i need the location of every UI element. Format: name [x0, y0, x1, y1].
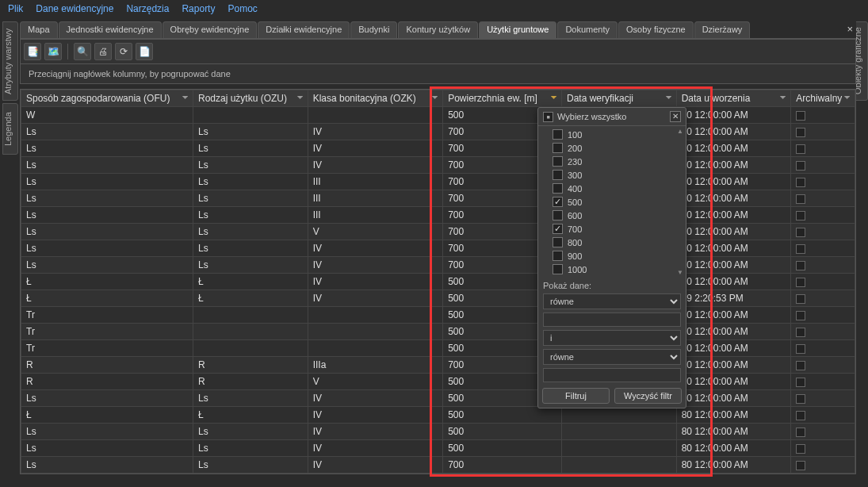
- column-header[interactable]: Archiwalny⏷: [791, 90, 855, 107]
- filter-icon[interactable]: ⏷: [843, 93, 851, 102]
- archival-checkbox[interactable]: [796, 244, 805, 254]
- checkbox-icon[interactable]: [553, 170, 563, 180]
- tab[interactable]: Osoby fizyczne: [618, 21, 694, 38]
- map-edit-button[interactable]: 🗺️: [44, 43, 62, 60]
- column-header[interactable]: Rodzaj użytku (OZU)⏷: [193, 90, 308, 107]
- filter-icon[interactable]: ⏷: [296, 93, 304, 102]
- filter-option[interactable]: 100: [541, 128, 683, 141]
- select-all-checkbox[interactable]: Wybierz wszystko: [543, 112, 626, 122]
- table-row[interactable]: LsLsIII70080 12:00:00 AM: [21, 190, 855, 207]
- map-layers-button[interactable]: 📑: [24, 43, 41, 60]
- scroll-down-icon[interactable]: ▼: [677, 269, 683, 276]
- tab[interactable]: Działki ewidencyjne: [258, 21, 350, 38]
- tab[interactable]: Dokumenty: [557, 21, 618, 38]
- archival-checkbox[interactable]: [796, 294, 805, 304]
- archival-checkbox[interactable]: [796, 261, 805, 270]
- column-header[interactable]: Data utworzenia⏷: [676, 90, 791, 107]
- table-row[interactable]: Tr50080 12:00:00 AM: [21, 340, 855, 357]
- table-row[interactable]: Tr50080 12:00:00 AM: [21, 307, 855, 324]
- column-header[interactable]: Data weryfikacji⏷: [562, 90, 677, 107]
- archival-checkbox[interactable]: [796, 178, 805, 187]
- filter-option[interactable]: 300: [541, 168, 683, 182]
- print-button[interactable]: 🖨: [94, 43, 112, 60]
- table-row[interactable]: LsLsIV70080 12:00:00 AM: [21, 140, 855, 157]
- archival-checkbox[interactable]: [796, 111, 805, 121]
- pdf-export-button[interactable]: 📄: [136, 43, 153, 60]
- checkbox-icon[interactable]: [553, 143, 563, 153]
- table-row[interactable]: LsLsIV50080 12:00:00 AM: [21, 424, 855, 440]
- filter-option[interactable]: 1000: [541, 263, 683, 276]
- filter-icon[interactable]: ⏷: [550, 93, 558, 102]
- archival-checkbox[interactable]: [796, 428, 805, 437]
- column-header[interactable]: Klasa bonitacyjna (OZK)⏷: [308, 90, 443, 107]
- tab[interactable]: Dzierżawy: [694, 21, 751, 38]
- table-row[interactable]: LsLsIV70080 12:00:00 AM: [21, 124, 855, 140]
- condition2-select[interactable]: równe: [543, 349, 681, 365]
- checkbox-icon[interactable]: [553, 183, 563, 194]
- checkbox-icon[interactable]: [553, 237, 563, 247]
- checkbox-icon[interactable]: [553, 251, 563, 261]
- checkbox-icon[interactable]: [553, 197, 563, 207]
- side-tab-attributes[interactable]: Atrybuty warstwy: [2, 21, 18, 101]
- filter-option[interactable]: 800: [541, 236, 683, 249]
- archival-checkbox[interactable]: [796, 394, 805, 404]
- filter-option[interactable]: 200: [541, 141, 683, 155]
- table-row[interactable]: LsLsIV70080 12:00:00 AM: [21, 457, 855, 474]
- value1-input[interactable]: [543, 313, 681, 327]
- archival-checkbox[interactable]: [796, 444, 805, 454]
- table-row[interactable]: LsLsIV70080 12:00:00 AM: [21, 257, 855, 274]
- filter-option[interactable]: 700: [541, 222, 683, 236]
- condition1-select[interactable]: równe: [543, 293, 681, 309]
- checkbox-icon[interactable]: [553, 156, 563, 167]
- table-row[interactable]: ŁŁIV50080 12:00:00 AM: [21, 407, 855, 424]
- archival-checkbox[interactable]: [796, 278, 805, 287]
- tab[interactable]: Obręby ewidencyjne: [163, 21, 258, 38]
- table-row[interactable]: LsLsIV70080 12:00:00 AM: [21, 157, 855, 174]
- filter-option[interactable]: 400: [541, 182, 683, 195]
- menu-item[interactable]: Pomoc: [228, 3, 257, 14]
- archival-checkbox[interactable]: [796, 144, 805, 154]
- conjunction-select[interactable]: i: [543, 330, 681, 346]
- checkbox-icon[interactable]: [553, 210, 563, 220]
- table-row[interactable]: ŁŁIV50080 12:00:00 AM: [21, 274, 855, 290]
- table-row[interactable]: LsLsIII70080 12:00:00 AM: [21, 207, 855, 224]
- menu-item[interactable]: Narzędzia: [126, 3, 169, 14]
- archival-checkbox[interactable]: [796, 211, 805, 220]
- archival-checkbox[interactable]: [796, 378, 805, 387]
- archival-checkbox[interactable]: [796, 228, 805, 237]
- tab[interactable]: Kontury użytków: [398, 21, 478, 38]
- archival-checkbox[interactable]: [796, 161, 805, 171]
- table-row[interactable]: RRV50080 12:00:00 AM: [21, 374, 855, 390]
- filter-option[interactable]: 230: [541, 155, 683, 168]
- menu-item[interactable]: Raporty: [182, 3, 215, 14]
- clear-filter-button[interactable]: Wyczyść filtr: [614, 388, 682, 404]
- menu-item[interactable]: Plik: [8, 3, 23, 14]
- table-row[interactable]: RRIIIa70080 12:00:00 AM: [21, 357, 855, 374]
- checkbox-icon[interactable]: [553, 129, 563, 140]
- table-row[interactable]: Tr50080 12:00:00 AM: [21, 324, 855, 340]
- table-row[interactable]: LsLsV70080 12:00:00 AM: [21, 224, 855, 240]
- filter-icon[interactable]: ⏷: [431, 93, 439, 102]
- table-row[interactable]: LsLsIV50080 12:00:00 AM: [21, 390, 855, 407]
- tab[interactable]: Mapa: [20, 21, 58, 38]
- archival-checkbox[interactable]: [796, 194, 805, 204]
- refresh-button[interactable]: ⟳: [115, 43, 132, 60]
- value2-input[interactable]: [543, 368, 681, 382]
- filter-button[interactable]: Filtruj: [542, 388, 610, 404]
- scroll-up-icon[interactable]: ▲: [677, 128, 683, 135]
- archival-checkbox[interactable]: [796, 344, 805, 354]
- archival-checkbox[interactable]: [796, 361, 805, 370]
- tab[interactable]: Budynki: [350, 21, 397, 38]
- filter-option[interactable]: 600: [541, 209, 683, 222]
- filter-option[interactable]: 900: [541, 249, 683, 263]
- filter-icon[interactable]: ⏷: [665, 93, 673, 102]
- table-row[interactable]: LsLsIII70080 12:00:00 AM: [21, 174, 855, 190]
- table-row[interactable]: ŁŁIV50009 2:20:53 PM: [21, 290, 855, 307]
- column-header[interactable]: Sposób zagospodarowania (OFU)⏷: [21, 90, 193, 107]
- archival-checkbox[interactable]: [796, 311, 805, 320]
- menu-item[interactable]: Dane ewidencyjne: [36, 3, 113, 14]
- filter-icon[interactable]: ⏷: [182, 93, 189, 102]
- checkbox-icon[interactable]: [553, 224, 563, 234]
- filter-option[interactable]: 500: [541, 195, 683, 209]
- table-row[interactable]: LsLsIV70080 12:00:00 AM: [21, 240, 855, 257]
